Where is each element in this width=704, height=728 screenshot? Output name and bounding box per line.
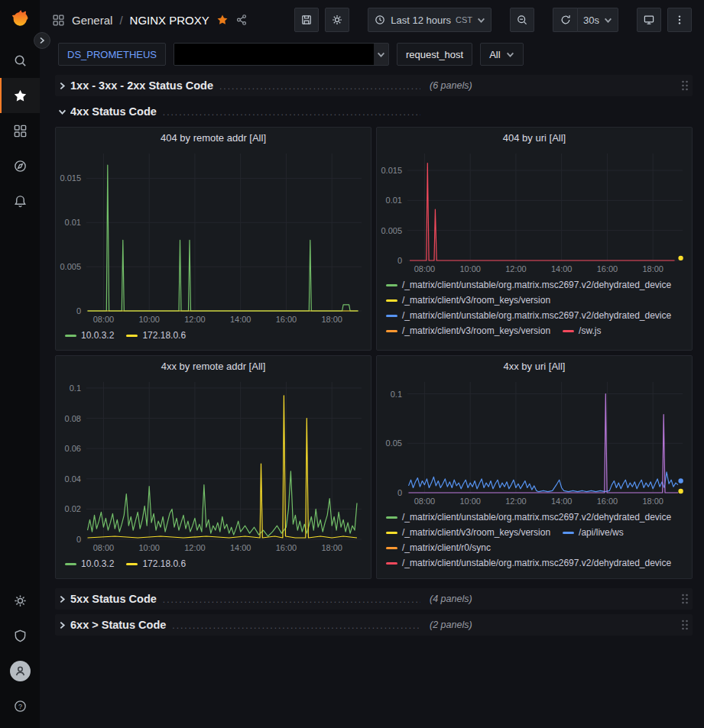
svg-text:08:00: 08:00 <box>93 315 115 324</box>
time-series-chart[interactable]: 08:0010:0012:0014:0016:0018:0000.0050.01… <box>377 147 692 276</box>
sidebar-expand-button[interactable] <box>34 32 50 49</box>
legend-color-swatch <box>386 284 397 286</box>
legend-item[interactable]: /_matrix/client/v3/room_keys/version <box>386 295 550 306</box>
dashboard-title[interactable]: NGINX PROXY <box>130 14 209 27</box>
legend-item[interactable]: /_matrix/client/v3/room_keys/version <box>386 325 550 336</box>
svg-text:08:00: 08:00 <box>414 264 436 273</box>
svg-text:0: 0 <box>397 488 402 497</box>
row-drag-handle[interactable] <box>680 593 693 605</box>
refresh-interval-dropdown[interactable]: 30s <box>577 8 618 32</box>
cycle-view-button[interactable] <box>637 8 661 32</box>
row-header-6xx[interactable]: 6xx > Status Code ......................… <box>55 614 693 636</box>
legend-item[interactable]: /_matrix/client/unstable/org.matrix.msc2… <box>386 558 671 568</box>
legend-item[interactable]: /_matrix/client/unstable/org.matrix.msc2… <box>386 310 671 321</box>
svg-text:0.05: 0.05 <box>386 438 402 448</box>
svg-text:10:00: 10:00 <box>138 315 160 324</box>
request-host-variable-select[interactable]: All <box>480 43 523 66</box>
breadcrumb-section[interactable]: General <box>72 14 112 27</box>
row-panel-count: (4 panels) <box>430 594 472 604</box>
legend-item[interactable]: 10.0.3.2 <box>65 330 114 341</box>
refresh-icon <box>560 14 572 26</box>
legend-item[interactable]: 172.18.0.6 <box>126 330 186 341</box>
user-avatar <box>10 661 31 681</box>
row-header-4xx[interactable]: 4xx Status Code ........................… <box>55 101 693 122</box>
datasource-variable-select[interactable] <box>174 43 389 66</box>
legend-item[interactable]: /api/live/ws <box>563 527 624 538</box>
row-header-1xx-3xx-2xx[interactable]: 1xx - 3xx - 2xx Status Code ............… <box>55 75 693 96</box>
sidebar-item-server-admin[interactable] <box>0 618 40 653</box>
request-host-variable-value: All <box>489 49 500 60</box>
sidebar-item-configuration[interactable] <box>0 583 40 618</box>
time-series-chart[interactable]: 08:0010:0012:0014:0016:0018:0000.0050.01… <box>56 147 371 326</box>
row-drag-handle[interactable] <box>680 619 693 631</box>
refresh-interval-value: 30s <box>583 15 599 26</box>
refresh-button[interactable] <box>553 8 577 32</box>
legend-item[interactable]: /_matrix/client/unstable/org.matrix.msc2… <box>386 280 671 290</box>
svg-text:18:00: 18:00 <box>642 264 663 273</box>
legend-item[interactable]: /_matrix/client/unstable/org.matrix.msc2… <box>386 512 671 523</box>
legend-color-swatch <box>386 562 397 565</box>
sidebar-item-starred[interactable] <box>0 78 40 113</box>
row-leader-dots: ........................................… <box>172 621 420 630</box>
row-header-5xx[interactable]: 5xx Status Code ........................… <box>55 588 693 610</box>
zoom-out-button[interactable] <box>510 8 534 32</box>
chevron-down-icon <box>477 16 485 24</box>
svg-text:0.04: 0.04 <box>65 474 81 484</box>
legend-item[interactable]: 10.0.3.2 <box>65 558 114 569</box>
legend-item[interactable]: 172.18.0.6 <box>126 558 186 569</box>
main-area: General / NGINX PROXY <box>40 0 704 728</box>
star-icon <box>13 89 28 103</box>
chevron-down-icon <box>374 50 388 59</box>
panel-legend: 10.0.3.2172.18.0.6 <box>56 555 371 578</box>
save-dashboard-button[interactable] <box>294 8 319 32</box>
datasource-variable-label[interactable]: DS_PROMETHEUS <box>58 43 166 66</box>
bell-icon <box>13 194 28 209</box>
chevron-right-icon <box>55 595 70 603</box>
svg-text:0.1: 0.1 <box>70 383 81 393</box>
panel-title[interactable]: 4xx by uri [All] <box>377 356 692 376</box>
svg-text:0: 0 <box>76 306 81 315</box>
sidebar-bottom-section: ? <box>0 583 40 723</box>
sidebar-item-search[interactable] <box>0 43 40 78</box>
clock-icon <box>374 14 386 26</box>
time-series-chart[interactable]: 08:0010:0012:0014:0016:0018:0000.020.040… <box>56 376 371 555</box>
time-range-picker[interactable]: Last 12 hours CST <box>368 8 492 32</box>
svg-text:?: ? <box>18 702 21 710</box>
legend-color-swatch <box>563 330 574 332</box>
legend-label: 172.18.0.6 <box>142 558 186 569</box>
dashboard-settings-button[interactable] <box>325 8 349 32</box>
legend-label: /_matrix/client/unstable/org.matrix.msc2… <box>402 310 671 321</box>
dashboard-topbar: General / NGINX PROXY <box>40 0 704 40</box>
svg-text:0: 0 <box>397 256 402 265</box>
svg-text:18:00: 18:00 <box>321 315 342 324</box>
sidebar-item-explore[interactable] <box>0 148 40 183</box>
svg-text:10:00: 10:00 <box>138 543 160 552</box>
legend-item[interactable]: /sw.js <box>563 325 601 336</box>
kebab-menu-button[interactable] <box>667 8 692 32</box>
panel-title[interactable]: 4xx by remote addr [All] <box>56 356 371 376</box>
row-drag-handle[interactable] <box>680 79 693 92</box>
sidebar-item-alerting[interactable] <box>0 183 40 218</box>
favorite-star-button[interactable] <box>216 14 229 26</box>
svg-text:08:00: 08:00 <box>93 543 115 552</box>
panel-grid: 404 by remote addr [All] 08:0010:0012:00… <box>55 127 693 579</box>
legend-color-swatch <box>126 563 138 565</box>
sidebar-item-dashboards[interactable] <box>0 113 40 148</box>
panel-title[interactable]: 404 by uri [All] <box>377 128 692 147</box>
legend-item[interactable]: /_matrix/client/v3/room_keys/version <box>386 527 550 538</box>
legend-color-swatch <box>386 532 397 534</box>
panel-title[interactable]: 404 by remote addr [All] <box>56 128 371 147</box>
grafana-logo[interactable] <box>0 8 40 31</box>
request-host-variable-label: request_host <box>397 43 472 66</box>
star-filled-icon <box>216 14 229 26</box>
legend-item[interactable]: /_matrix/client/r0/sync <box>386 542 491 553</box>
svg-text:0.02: 0.02 <box>65 504 81 513</box>
legend-color-swatch <box>386 330 397 332</box>
chevron-right-icon <box>55 82 70 90</box>
legend-label: 10.0.3.2 <box>81 558 114 569</box>
time-series-chart[interactable]: 08:0010:0012:0014:0016:0018:0000.050.1 <box>377 376 692 508</box>
sidebar-item-help[interactable]: ? <box>0 688 40 723</box>
variables-bar: DS_PROMETHEUS request_host All <box>40 40 704 69</box>
sidebar-item-profile[interactable] <box>0 653 40 688</box>
share-dashboard-button[interactable] <box>235 14 248 26</box>
